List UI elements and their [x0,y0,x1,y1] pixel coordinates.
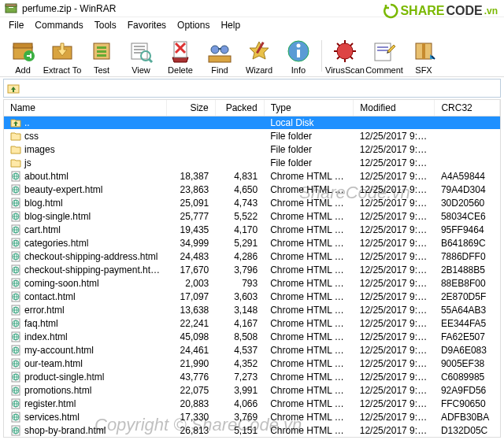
file-row[interactable]: jsFile folder12/25/2017 9:5... [4,156,500,169]
file-row[interactable]: imagesFile folder12/25/2017 9:3... [4,142,500,156]
file-type: Chrome HTML Do... [264,263,354,276]
file-size [166,129,215,142]
file-packed: 5,291 [215,236,264,250]
file-row[interactable]: index.html45,0988,508Chrome HTML Do...12… [4,330,500,343]
file-row[interactable]: blog.html25,0914,743Chrome HTML Do...12/… [4,196,500,209]
file-packed: 5,151 [215,423,264,437]
column-size[interactable]: Size [166,100,215,116]
toolbar-comment[interactable]: Comment [365,34,404,76]
file-modified: 12/25/2017 9:4... [354,129,435,142]
file-list[interactable]: NameSizePackedTypeModifiedCRC32 ..Local … [3,99,501,438]
file-row[interactable]: services.html17,3303,769Chrome HTML Do..… [4,410,500,423]
file-modified: 12/25/2017 9:4... [354,223,435,236]
toolbar-sfx[interactable]: SFX [404,34,443,76]
file-crc: 9005EF38 [435,357,500,370]
file-crc: EE344FA5 [435,316,500,330]
up-folder-icon[interactable] [7,82,20,94]
file-row[interactable]: cssFile folder12/25/2017 9:4... [4,129,500,142]
file-type: Chrome HTML Do... [264,196,354,209]
file-name: beauty-expert.html [24,184,102,195]
file-row[interactable]: about.html18,3874,831Chrome HTML Do...12… [4,169,500,183]
file-row[interactable]: coming-soon.html2,003793Chrome HTML Do..… [4,276,500,290]
file-row[interactable]: register.html20,8834,066Chrome HTML Do..… [4,397,500,410]
toolbar-find[interactable]: Find [200,34,239,76]
file-row[interactable]: checkout-shipping-address.html24,4834,28… [4,250,500,263]
file-modified: 12/25/2017 9:5... [354,156,435,169]
menu-favorites[interactable]: Favorites [122,20,172,31]
toolbar-add[interactable]: Add [3,34,43,76]
file-name: js [24,157,32,168]
virus-icon [332,39,358,64]
file-size: 16,032 [166,437,215,438]
file-packed: 3,796 [215,263,264,276]
file-size: 25,091 [166,196,215,209]
file-packed: 3,634 [215,437,264,438]
file-crc: FA62E507 [435,330,500,343]
file-row[interactable]: contact.html17,0973,603Chrome HTML Do...… [4,290,500,303]
toolbar-view[interactable]: View [121,34,161,76]
file-packed: 8,508 [215,330,264,343]
path-bar[interactable] [3,79,501,98]
file-crc [435,156,500,169]
html-icon [10,331,21,342]
toolbar-extract-to[interactable]: Extract To [43,34,82,76]
file-row[interactable]: cart.html19,4354,170Chrome HTML Do...12/… [4,223,500,236]
file-row[interactable]: product-single.html43,7767,273Chrome HTM… [4,370,500,383]
file-packed: 3,769 [215,410,264,423]
file-row[interactable]: testimonials.html16,0323,634Chrome HTML … [4,437,500,438]
file-modified: 12/25/2017 9:4... [354,437,435,438]
file-row[interactable]: our-team.html21,9904,352Chrome HTML Do..… [4,357,500,370]
toolbar: AddExtract ToTestViewDeleteFindWizardInf… [0,33,504,77]
column-name[interactable]: Name [4,100,166,116]
column-type[interactable]: Type [264,100,354,116]
file-packed: 4,743 [215,196,264,209]
file-row[interactable]: faq.html22,2414,167Chrome HTML Do...12/2… [4,316,500,330]
file-size: 26,813 [166,423,215,437]
file-row[interactable]: error.html13,6383,148Chrome HTML Do...12… [4,303,500,316]
menu-file[interactable]: File [3,20,29,31]
comment-icon [372,39,397,64]
file-crc: 88EB8F00 [435,276,500,290]
logo-icon [383,3,398,19]
file-modified: 12/25/2017 9:4... [354,343,435,357]
menu-tools[interactable]: Tools [89,20,122,31]
menu-commands[interactable]: Commands [29,20,88,31]
toolbar-wizard[interactable]: Wizard [239,34,279,76]
file-row[interactable]: my-account.html24,4614,537Chrome HTML Do… [4,343,500,357]
file-row[interactable]: categories.html34,9995,291Chrome HTML Do… [4,236,500,250]
file-row[interactable]: beauty-expert.html23,8634,650Chrome HTML… [4,183,500,196]
toolbar-test[interactable]: Test [82,34,121,76]
column-modified[interactable]: Modified [354,100,435,116]
svg-rect-2 [9,7,13,8]
file-packed: 4,352 [215,357,264,370]
up-folder-icon [10,117,21,128]
file-packed: 4,066 [215,397,264,410]
file-packed: 4,537 [215,343,264,357]
file-crc [435,142,500,156]
column-crc32[interactable]: CRC32 [435,100,500,116]
file-row[interactable]: blog-single.html25,7775,522Chrome HTML D… [4,209,500,223]
toolbar-virusscan[interactable]: VirusScan [325,34,365,76]
menu-options[interactable]: Options [172,20,215,31]
file-row[interactable]: shop-by-brand.html26,8135,151Chrome HTML… [4,423,500,437]
menu-help[interactable]: Help [215,20,246,31]
file-size: 25,777 [166,209,215,223]
folder-icon [10,144,21,155]
file-modified: 12/25/2017 9:4... [354,196,435,209]
file-size: 13,638 [166,303,215,316]
svg-rect-1 [6,4,17,6]
parent-folder-row[interactable]: ..Local Disk [4,116,500,129]
file-modified: 12/25/2017 9:3... [354,423,435,437]
file-row[interactable]: promotions.html22,0753,991Chrome HTML Do… [4,383,500,397]
file-packed: 3,603 [215,290,264,303]
file-row[interactable]: checkout-shipping-payment.html17,6703,79… [4,263,500,276]
toolbar-delete[interactable]: Delete [161,34,200,76]
toolbar-info[interactable]: Info [279,34,318,76]
file-crc: FFC90650 [435,397,500,410]
file-modified: 12/25/2017 9:5... [354,357,435,370]
column-packed[interactable]: Packed [215,100,264,116]
file-name: shop-by-brand.html [24,425,106,436]
file-type: Chrome HTML Do... [264,423,354,437]
column-headers[interactable]: NameSizePackedTypeModifiedCRC32 [4,100,500,116]
html-icon [10,345,21,356]
